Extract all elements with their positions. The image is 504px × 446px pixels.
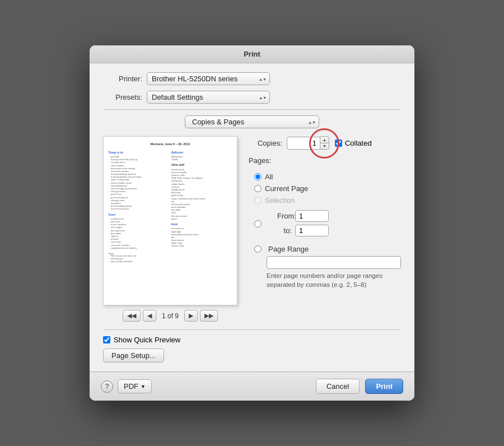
presets-select-wrapper[interactable]: Default Settings xyxy=(147,91,270,104)
preview-col-right: Bathroom Washcloths Towels Other stuff b… xyxy=(171,149,232,263)
bottom-section: Show Quick Preview Page Setup... xyxy=(103,329,401,363)
nav-first-button[interactable]: ◀◀ xyxy=(123,310,141,322)
pages-current-label: Current Page xyxy=(265,184,308,193)
print-button[interactable]: Print xyxy=(365,379,403,394)
range-hint: Enter page numbers and/or page ranges se… xyxy=(267,271,401,289)
pages-range-radio[interactable] xyxy=(254,245,262,253)
copies-input-group: ▲ ▼ xyxy=(287,136,329,150)
from-to-section: From: to: xyxy=(277,210,329,239)
dialog-body: Printer: Brother HL-5250DN series Preset… xyxy=(90,63,414,371)
main-content: Montana; June 9 – 29, 2012 Things to do … xyxy=(103,136,401,322)
pages-selection-radio[interactable] xyxy=(254,197,262,204)
presets-row: Presets: Default Settings xyxy=(103,91,401,104)
copies-row: Copies: ▲ ▼ Collated xyxy=(249,136,401,150)
pages-label: Pages: xyxy=(249,156,271,165)
copies-stepper: ▲ ▼ xyxy=(320,136,329,150)
pages-from-radio[interactable] xyxy=(254,220,262,227)
copies-label: Copies: xyxy=(249,139,282,147)
pages-all-label: All xyxy=(265,173,273,181)
preview-col-left: Things to do … pay bills … arrange mail … xyxy=(108,149,169,263)
preview-columns: Things to do … pay bills … arrange mail … xyxy=(108,149,232,263)
pages-from-row: From: to: xyxy=(254,208,401,239)
preview-section: Montana; June 9 – 29, 2012 Things to do … xyxy=(103,136,237,322)
printer-select[interactable]: Brother HL-5250DN series xyxy=(147,72,270,85)
presets-label: Presets: xyxy=(103,93,142,101)
help-button[interactable]: ? xyxy=(101,380,113,393)
quick-preview-checkbox[interactable] xyxy=(103,336,110,343)
copies-decrement-button[interactable]: ▼ xyxy=(320,143,329,150)
quick-preview-row: Show Quick Preview xyxy=(103,336,401,344)
to-label: to: xyxy=(277,226,292,235)
preview-title: Montana; June 9 – 29, 2012 xyxy=(108,142,232,147)
page-range-row: Page Range Enter page numbers and/or pag… xyxy=(254,245,401,289)
printer-select-wrapper[interactable]: Brother HL-5250DN series xyxy=(147,72,270,85)
footer-left: ? PDF ▼ xyxy=(101,379,152,393)
separator-1 xyxy=(103,109,401,110)
to-input[interactable] xyxy=(295,225,329,236)
pages-selection-label: Selection xyxy=(265,196,295,205)
pages-selection-row: Selection xyxy=(254,196,401,205)
copies-pages-select-wrapper[interactable]: Copies & Pages xyxy=(185,115,319,128)
pages-current-row: Current Page xyxy=(254,184,401,193)
page-setup-button[interactable]: Page Setup... xyxy=(103,349,164,363)
nav-controls: ◀◀ ◀ 1 of 9 ▶ ▶▶ xyxy=(103,310,237,322)
page-range-input[interactable] xyxy=(267,256,401,269)
dialog-title: Print xyxy=(244,50,260,58)
nav-last-button[interactable]: ▶▶ xyxy=(200,310,218,322)
pages-label-row: Pages: xyxy=(249,156,401,169)
pages-all-radio[interactable] xyxy=(254,173,262,180)
printer-row: Printer: Brother HL-5250DN series xyxy=(103,72,401,85)
from-input[interactable] xyxy=(295,210,329,222)
page-range-label: Page Range xyxy=(268,245,309,253)
bathroom-header: Bathroom xyxy=(171,151,232,155)
printer-label: Printer: xyxy=(103,75,142,83)
nav-prev-button[interactable]: ◀ xyxy=(143,310,156,322)
title-bar: Print xyxy=(90,45,414,63)
from-row: From: xyxy=(277,210,329,222)
things-todo-header: Things to do xyxy=(108,151,169,155)
print-dialog: Print Printer: Brother HL-5250DN series … xyxy=(90,45,414,401)
page-preview: Montana; June 9 – 29, 2012 Things to do … xyxy=(103,136,237,305)
copies-increment-button[interactable]: ▲ xyxy=(320,137,329,143)
dialog-footer: ? PDF ▼ Cancel Print xyxy=(90,371,414,401)
collated-label: Collated xyxy=(345,139,372,147)
copies-input[interactable] xyxy=(287,137,320,150)
pdf-button[interactable]: PDF ▼ xyxy=(118,379,152,393)
copies-pages-row: Copies & Pages xyxy=(103,115,401,128)
pages-all-row: All xyxy=(254,173,401,181)
quick-preview-label: Show Quick Preview xyxy=(114,336,180,344)
page-indicator: 1 of 9 xyxy=(158,312,182,320)
footer-right: Cancel Print xyxy=(316,379,403,394)
preview-content: Montana; June 9 – 29, 2012 Things to do … xyxy=(108,142,232,263)
nav-next-button[interactable]: ▶ xyxy=(184,310,198,322)
to-row: to: xyxy=(277,225,329,236)
pages-section: Pages: All Current Page xyxy=(249,156,401,289)
options-section: Copies: ▲ ▼ Collated xyxy=(249,136,401,322)
pages-current-radio[interactable] xyxy=(254,185,262,192)
cancel-button[interactable]: Cancel xyxy=(316,379,360,394)
collated-checkbox[interactable] xyxy=(335,140,342,147)
pdf-chevron-icon: ▼ xyxy=(141,384,146,389)
copies-pages-select[interactable]: Copies & Pages xyxy=(185,115,319,128)
presets-select[interactable]: Default Settings xyxy=(147,91,270,104)
from-label: From: xyxy=(277,212,292,220)
collated-wrapper: Collated xyxy=(335,139,372,147)
